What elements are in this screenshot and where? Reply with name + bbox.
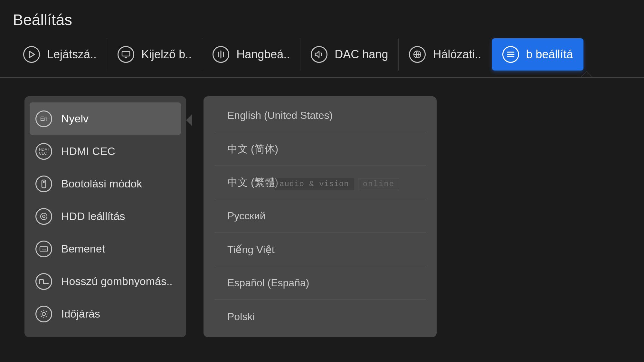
- tab-label: Kijelző b..: [141, 48, 192, 61]
- svg-rect-16: [40, 247, 48, 251]
- sidebar-item-hdmi-cec[interactable]: HDMICEC HDMI CEC: [30, 135, 181, 167]
- tab-label: Hálózati..: [433, 48, 481, 61]
- svg-line-31: [41, 316, 42, 317]
- tab-label: b beállítá: [526, 48, 573, 61]
- language-option[interactable]: Tiếng Việt: [214, 233, 426, 266]
- svg-point-14: [41, 213, 47, 220]
- sidebar-item-label: Bemenet: [61, 243, 105, 255]
- globe-icon: [409, 46, 426, 63]
- language-option[interactable]: 中文 (简体): [214, 132, 426, 166]
- svg-point-23: [42, 312, 45, 316]
- longpress-icon: [35, 273, 52, 290]
- language-option[interactable]: Polski: [214, 300, 426, 333]
- sidebar-item-input[interactable]: Bemenet: [30, 233, 181, 265]
- tabs-underline: [0, 77, 644, 78]
- display-icon: [118, 46, 134, 63]
- svg-marker-0: [29, 51, 34, 58]
- side-panel: En Nyelv HDMICEC HDMI CEC Bootolási módo…: [24, 96, 186, 337]
- boot-icon: [35, 176, 52, 192]
- sidebar-item-label: Nyelv: [61, 112, 89, 125]
- hdd-icon: [35, 208, 52, 225]
- sidebar-item-label: HDD leállítás: [61, 210, 125, 223]
- language-option[interactable]: Русский: [214, 199, 426, 233]
- tab-other[interactable]: b beállítá: [492, 38, 583, 71]
- sidebar-item-longpress[interactable]: Hosszú gombnyomás..: [30, 265, 181, 298]
- tab-audio[interactable]: Hangbeá..: [202, 38, 300, 71]
- svg-marker-6: [315, 51, 319, 58]
- language-option[interactable]: Español (España): [214, 266, 426, 300]
- volume-icon: [311, 46, 327, 63]
- panel-pointer: [186, 114, 192, 126]
- tab-play[interactable]: Lejátszá..: [13, 38, 107, 71]
- language-panel: English (United States) 中文 (简体) 中文 (繁體) …: [204, 96, 437, 337]
- svg-point-13: [43, 181, 44, 182]
- svg-line-28: [41, 311, 42, 312]
- svg-rect-1: [122, 52, 130, 56]
- svg-line-29: [46, 316, 47, 317]
- menu-icon: [502, 46, 519, 63]
- svg-line-30: [46, 311, 47, 312]
- tab-label: DAC hang: [335, 48, 388, 61]
- tab-network[interactable]: Hálózati..: [399, 38, 492, 71]
- tabs-bar: Lejátszá.. Kijelző b.. Hangbeá.. DAC han…: [0, 29, 644, 71]
- sidebar-item-weather[interactable]: Időjárás: [30, 298, 181, 330]
- keyboard-icon: [35, 241, 52, 257]
- svg-point-15: [43, 215, 45, 218]
- sidebar-item-language[interactable]: En Nyelv: [30, 102, 181, 135]
- language-en-icon: En: [35, 110, 52, 127]
- sidebar-item-label: Bootolási módok: [61, 177, 142, 190]
- brightness-icon: [35, 306, 52, 322]
- language-option[interactable]: English (United States): [214, 99, 426, 132]
- sidebar-item-boot[interactable]: Bootolási módok: [30, 167, 181, 200]
- page-title: Beállítás: [0, 0, 644, 29]
- tab-label: Lejátszá..: [47, 48, 97, 61]
- sidebar-item-label: HDMI CEC: [61, 145, 115, 157]
- equalizer-icon: [213, 46, 229, 63]
- tab-dac[interactable]: DAC hang: [300, 38, 399, 71]
- tabs-pointer: [581, 71, 592, 77]
- play-icon: [23, 46, 40, 63]
- hdmi-cec-icon: HDMICEC: [35, 143, 52, 160]
- language-option[interactable]: 中文 (繁體): [214, 166, 426, 199]
- tab-display[interactable]: Kijelző b..: [107, 38, 202, 71]
- sidebar-item-label: Időjárás: [61, 308, 100, 320]
- content-area: En Nyelv HDMICEC HDMI CEC Bootolási módo…: [0, 71, 644, 337]
- sidebar-item-hdd[interactable]: HDD leállítás: [30, 200, 181, 233]
- tab-label: Hangbeá..: [236, 48, 290, 61]
- sidebar-item-label: Hosszú gombnyomás..: [61, 275, 173, 288]
